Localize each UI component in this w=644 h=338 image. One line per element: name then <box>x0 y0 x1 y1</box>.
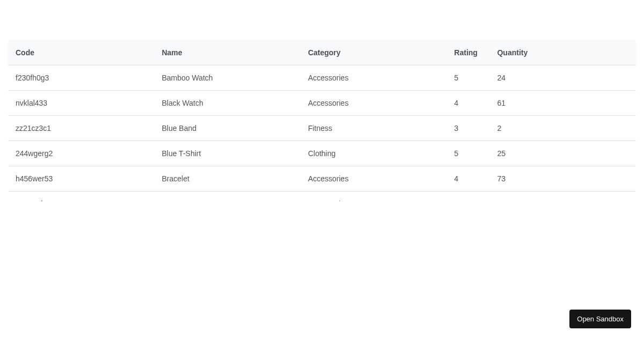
cell-rating: 3 <box>447 116 489 141</box>
cell-rating: 4 <box>447 192 489 202</box>
col-header-rating[interactable]: Rating <box>447 40 489 65</box>
cell-rating: 5 <box>447 65 489 91</box>
data-table: Code Name Category Rating Quantity f230f… <box>8 40 636 201</box>
table-row[interactable]: av2231fwg Brown Purse Accessories 4 0 <box>8 192 636 202</box>
table-row[interactable]: 244wgerg2 Blue T-Shirt Clothing 5 25 <box>8 141 636 166</box>
cell-quantity: 24 <box>489 65 636 91</box>
cell-code: av2231fwg <box>8 192 154 202</box>
cell-category: Clothing <box>301 141 447 166</box>
table-row[interactable]: h456wer53 Bracelet Accessories 4 73 <box>8 166 636 192</box>
table-row[interactable]: f230fh0g3 Bamboo Watch Accessories 5 24 <box>8 65 636 91</box>
cell-rating: 4 <box>447 166 489 192</box>
col-header-code[interactable]: Code <box>8 40 154 65</box>
cell-name: Bracelet <box>154 166 300 192</box>
cell-code: f230fh0g3 <box>8 65 154 91</box>
cell-name: Brown Purse <box>154 192 300 202</box>
table-body: f230fh0g3 Bamboo Watch Accessories 5 24 … <box>8 65 636 202</box>
data-table-container[interactable]: Code Name Category Rating Quantity f230f… <box>8 40 636 201</box>
cell-category: Accessories <box>301 192 447 202</box>
cell-category: Accessories <box>301 65 447 91</box>
cell-code: zz21cz3c1 <box>8 116 154 141</box>
cell-name: Black Watch <box>154 91 300 116</box>
cell-name: Bamboo Watch <box>154 65 300 91</box>
cell-name: Blue Band <box>154 116 300 141</box>
cell-quantity: 61 <box>489 91 636 116</box>
cell-quantity: 73 <box>489 166 636 192</box>
cell-rating: 4 <box>447 91 489 116</box>
cell-rating: 5 <box>447 141 489 166</box>
col-header-name[interactable]: Name <box>154 40 300 65</box>
col-header-quantity[interactable]: Quantity <box>489 40 636 65</box>
table-row[interactable]: zz21cz3c1 Blue Band Fitness 3 2 <box>8 116 636 141</box>
open-sandbox-button[interactable]: Open Sandbox <box>569 310 631 328</box>
cell-category: Fitness <box>301 116 447 141</box>
cell-name: Blue T-Shirt <box>154 141 300 166</box>
cell-code: h456wer53 <box>8 166 154 192</box>
cell-category: Accessories <box>301 91 447 116</box>
table-row[interactable]: nvklal433 Black Watch Accessories 4 61 <box>8 91 636 116</box>
table-header: Code Name Category Rating Quantity <box>8 40 636 65</box>
cell-code: 244wgerg2 <box>8 141 154 166</box>
cell-quantity: 25 <box>489 141 636 166</box>
cell-quantity: 2 <box>489 116 636 141</box>
cell-category: Accessories <box>301 166 447 192</box>
col-header-category[interactable]: Category <box>301 40 447 65</box>
cell-quantity: 0 <box>489 192 636 202</box>
cell-code: nvklal433 <box>8 91 154 116</box>
